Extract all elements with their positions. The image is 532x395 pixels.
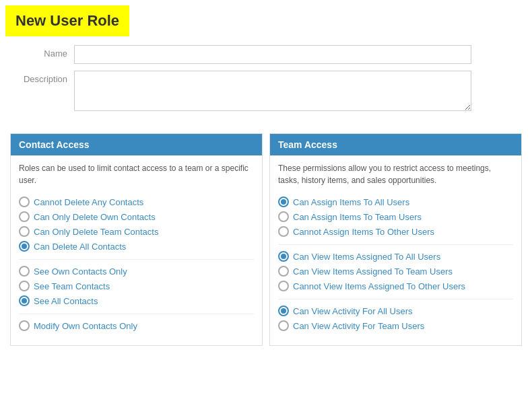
contact-access-header: Contact Access bbox=[11, 134, 262, 155]
view-assigned-team-radio[interactable] bbox=[278, 266, 289, 277]
divider bbox=[19, 314, 254, 314]
cannot-view-assigned-label[interactable]: Cannot View Items Assigned To Other User… bbox=[293, 281, 465, 291]
divider bbox=[278, 299, 513, 299]
cannot-delete-radio[interactable] bbox=[19, 196, 30, 207]
view-activity-all-label[interactable]: Can View Activity For All Users bbox=[293, 306, 412, 316]
see-team-radio[interactable] bbox=[19, 281, 30, 291]
list-item: See Own Contacts Only bbox=[19, 264, 254, 279]
team-access-description: These permissions allow you to restrict … bbox=[278, 162, 513, 186]
name-label: Name bbox=[13, 45, 74, 59]
view-activity-all-radio[interactable] bbox=[278, 306, 289, 316]
cannot-view-assigned-radio[interactable] bbox=[278, 281, 289, 291]
view-activity-options-group: Can View Activity For All Users Can View… bbox=[278, 303, 513, 333]
divider bbox=[278, 244, 513, 245]
delete-own-radio[interactable] bbox=[19, 211, 30, 222]
name-row: Name bbox=[13, 45, 519, 64]
list-item: Cannot Assign Items To Other Users bbox=[278, 224, 513, 239]
see-all-radio[interactable] bbox=[19, 295, 30, 306]
list-item: Can Assign Items To All Users bbox=[278, 194, 513, 209]
list-item: Can Only Delete Team Contacts bbox=[19, 224, 254, 239]
name-input-wrapper bbox=[74, 45, 471, 64]
description-row: Description bbox=[13, 71, 519, 113]
modify-own-radio[interactable] bbox=[19, 320, 30, 331]
assign-team-radio[interactable] bbox=[278, 211, 289, 222]
cannot-assign-radio[interactable] bbox=[278, 226, 289, 237]
assign-options-group: Can Assign Items To All Users Can Assign… bbox=[278, 194, 513, 239]
view-assigned-team-label[interactable]: Can View Items Assigned To Team Users bbox=[293, 266, 453, 277]
assign-all-radio[interactable] bbox=[278, 196, 289, 207]
cannot-delete-label[interactable]: Cannot Delete Any Contacts bbox=[34, 197, 143, 207]
list-item: Can View Activity For All Users bbox=[278, 303, 513, 318]
see-own-label[interactable]: See Own Contacts Only bbox=[34, 266, 127, 277]
list-item: Cannot View Items Assigned To Other User… bbox=[278, 279, 513, 293]
list-item: See All Contacts bbox=[19, 293, 254, 308]
name-input[interactable] bbox=[74, 45, 471, 64]
contact-access-body: Roles can be used to limit contact acces… bbox=[11, 155, 262, 345]
list-item: Can View Items Assigned To Team Users bbox=[278, 264, 513, 279]
list-item: Can Only Delete Own Contacts bbox=[19, 209, 254, 224]
assign-team-label[interactable]: Can Assign Items To Team Users bbox=[293, 212, 422, 222]
view-activity-team-label[interactable]: Can View Activity For Team Users bbox=[293, 321, 424, 331]
modify-options-group: Modify Own Contacts Only bbox=[19, 318, 254, 333]
view-assigned-options-group: Can View Items Assigned To All Users Can… bbox=[278, 249, 513, 293]
divider bbox=[19, 259, 254, 260]
list-item: Can View Activity For Team Users bbox=[278, 318, 513, 333]
contact-access-panel: Contact Access Roles can be used to limi… bbox=[10, 133, 263, 346]
delete-options-group: Cannot Delete Any Contacts Can Only Dele… bbox=[19, 194, 254, 254]
view-assigned-all-label[interactable]: Can View Items Assigned To All Users bbox=[293, 252, 440, 262]
contact-access-description: Roles can be used to limit contact acces… bbox=[19, 162, 254, 186]
delete-own-label[interactable]: Can Only Delete Own Contacts bbox=[34, 212, 156, 222]
team-access-panel: Team Access These permissions allow you … bbox=[269, 133, 522, 346]
list-item: Can Assign Items To Team Users bbox=[278, 209, 513, 224]
delete-team-label[interactable]: Can Only Delete Team Contacts bbox=[34, 227, 158, 237]
cannot-assign-label[interactable]: Cannot Assign Items To Other Users bbox=[293, 227, 434, 237]
form-section: Name Description bbox=[0, 42, 532, 130]
list-item: Can View Items Assigned To All Users bbox=[278, 249, 513, 264]
description-input[interactable] bbox=[74, 71, 471, 111]
delete-all-label[interactable]: Can Delete All Contacts bbox=[34, 242, 126, 252]
delete-all-radio[interactable] bbox=[19, 241, 30, 252]
modify-own-label[interactable]: Modify Own Contacts Only bbox=[34, 321, 137, 331]
team-access-header: Team Access bbox=[270, 134, 521, 155]
view-options-group: See Own Contacts Only See Team Contacts … bbox=[19, 264, 254, 308]
panels-container: Contact Access Roles can be used to limi… bbox=[0, 130, 532, 353]
assign-all-label[interactable]: Can Assign Items To All Users bbox=[293, 197, 409, 207]
list-item: Can Delete All Contacts bbox=[19, 239, 254, 254]
view-activity-team-radio[interactable] bbox=[278, 320, 289, 331]
see-team-label[interactable]: See Team Contacts bbox=[34, 281, 110, 291]
page-title: New User Role bbox=[5, 5, 129, 36]
see-own-radio[interactable] bbox=[19, 266, 30, 277]
description-input-wrapper bbox=[74, 71, 471, 113]
see-all-label[interactable]: See All Contacts bbox=[34, 296, 98, 306]
delete-team-radio[interactable] bbox=[19, 226, 30, 237]
list-item: Modify Own Contacts Only bbox=[19, 318, 254, 333]
view-assigned-all-radio[interactable] bbox=[278, 251, 289, 262]
list-item: Cannot Delete Any Contacts bbox=[19, 194, 254, 209]
list-item: See Team Contacts bbox=[19, 279, 254, 293]
description-label: Description bbox=[13, 71, 74, 84]
team-access-body: These permissions allow you to restrict … bbox=[270, 155, 521, 345]
